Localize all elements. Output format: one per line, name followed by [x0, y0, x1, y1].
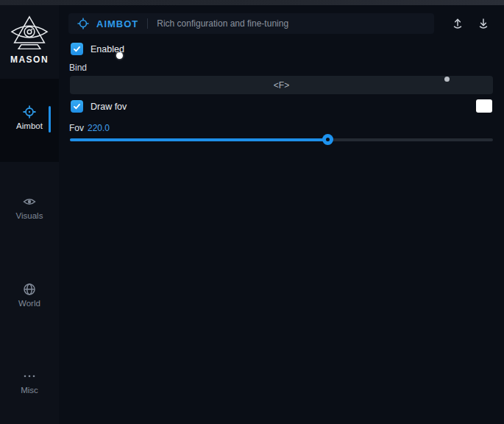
bind-value: <F>	[274, 80, 289, 91]
header-divider	[147, 18, 148, 29]
sidebar: MASON Aimbot Visuals	[0, 5, 59, 424]
section-subtitle: Rich configuration and fine-tuning	[157, 18, 288, 29]
download-icon	[477, 17, 490, 30]
cursor-dot-secondary	[444, 77, 450, 82]
section-title: AIMBOT	[96, 18, 138, 29]
ellipsis-icon	[23, 370, 36, 383]
fov-value: 220.0	[88, 123, 110, 133]
upload-config-button[interactable]	[449, 15, 466, 32]
sidebar-item-label: Aimbot	[0, 121, 59, 130]
download-config-button[interactable]	[475, 15, 492, 32]
draw-fov-label: Draw fov	[90, 102, 127, 112]
sidebar-item-label: World	[0, 299, 59, 308]
sidebar-item-label: Visuals	[0, 211, 59, 220]
checkmark-icon	[73, 102, 81, 110]
crosshair-icon	[23, 105, 36, 119]
sidebar-item-aimbot[interactable]: Aimbot	[0, 105, 59, 130]
section-header: AIMBOT Rich configuration and fine-tunin…	[68, 13, 434, 34]
enabled-checkbox[interactable]	[71, 43, 83, 55]
crosshair-icon	[77, 18, 89, 29]
fov-label: Fov	[69, 123, 84, 133]
sidebar-item-misc[interactable]: Misc	[0, 370, 59, 395]
draw-fov-checkbox[interactable]	[71, 100, 83, 113]
app-logo-label: MASON	[0, 54, 59, 65]
sidebar-item-visuals[interactable]: Visuals	[0, 195, 59, 220]
sidebar-item-world[interactable]: World	[0, 283, 59, 308]
fov-label-row: Fov220.0	[69, 123, 110, 133]
globe-icon	[23, 283, 36, 296]
fov-slider-fill	[70, 138, 327, 141]
fov-slider-handle[interactable]	[322, 134, 333, 145]
window-top-strip	[0, 0, 504, 5]
bind-input[interactable]: <F>	[70, 76, 493, 94]
cursor-dot	[116, 52, 123, 59]
checkmark-icon	[73, 45, 81, 53]
eye-icon	[23, 195, 36, 208]
upload-icon	[451, 17, 464, 30]
sidebar-item-label: Misc	[0, 386, 59, 395]
app-logo: MASON	[0, 15, 59, 65]
fov-color-swatch[interactable]	[476, 99, 492, 113]
bind-label: Bind	[69, 63, 87, 73]
fov-slider[interactable]	[70, 138, 493, 141]
masonic-eye-pyramid-icon	[0, 15, 59, 52]
